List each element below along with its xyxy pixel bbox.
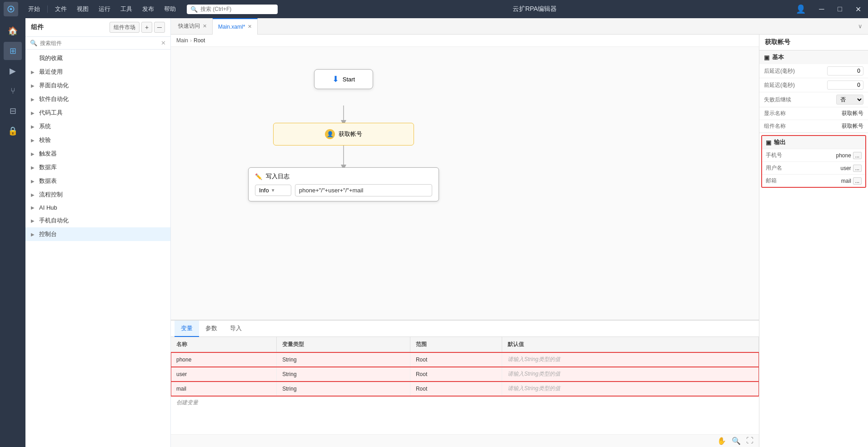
hand-tool-icon[interactable]: ✋ bbox=[717, 437, 726, 445]
menu-file[interactable]: 文件 bbox=[50, 3, 71, 15]
arrow-icon: ▶ bbox=[31, 83, 36, 88]
tree-item-mobile[interactable]: ▶ 手机自动化 bbox=[25, 214, 170, 227]
account-node[interactable]: 👤 获取帐号 bbox=[273, 123, 414, 146]
arrow-icon: ▶ bbox=[31, 192, 36, 197]
sidebar-icon-run[interactable]: ▶ bbox=[4, 62, 22, 80]
delay-before-input[interactable] bbox=[827, 80, 863, 90]
sidebar-icon-branch[interactable]: ⑂ bbox=[4, 82, 22, 100]
maximize-button[interactable]: □ bbox=[833, 3, 846, 15]
tab-more-button[interactable]: ∨ bbox=[854, 23, 866, 30]
menu-run[interactable]: 运行 bbox=[94, 3, 115, 15]
variable-table-header-row: 名称 变量类型 范围 默认值 bbox=[171, 337, 759, 352]
menu-start[interactable]: 开始 bbox=[24, 3, 45, 15]
tree-item-validation[interactable]: ▶ 校验 bbox=[25, 133, 170, 147]
start-node-label: Start bbox=[343, 76, 355, 83]
tab-parameters[interactable]: 参数 bbox=[199, 321, 224, 337]
delay-after-input[interactable] bbox=[827, 66, 863, 75]
tree-item-flowcontrol[interactable]: ▶ 流程控制 bbox=[25, 188, 170, 201]
remove-component-button[interactable]: ─ bbox=[154, 22, 165, 33]
tab-main-xaml[interactable]: Main.xaml* ✕ bbox=[213, 18, 258, 35]
tree-item-label: 数据库 bbox=[39, 163, 57, 171]
sidebar-icon-lock[interactable]: 🔒 bbox=[4, 122, 22, 140]
menu-view[interactable]: 视图 bbox=[72, 3, 93, 15]
icon-sidebar: 🏠 ⊞ ▶ ⑂ ⊟ 🔒 bbox=[0, 18, 25, 447]
output-section-label: 输出 bbox=[774, 138, 786, 146]
col-header-type: 变量类型 bbox=[277, 337, 410, 352]
tree-item-label: 控制台 bbox=[39, 230, 57, 238]
tree-item-system[interactable]: ▶ 系统 bbox=[25, 120, 170, 133]
tree-item-console[interactable]: ▶ 控制台 bbox=[25, 227, 170, 241]
arrow-icon: ▶ bbox=[31, 70, 36, 75]
var-scope: Root bbox=[410, 382, 502, 396]
phone-dots-button[interactable]: ... bbox=[853, 152, 862, 159]
arrow-icon: ▶ bbox=[31, 151, 36, 156]
close-button[interactable]: ✕ bbox=[852, 3, 864, 15]
tree-item-ui[interactable]: ▶ 界面自动化 bbox=[25, 79, 170, 92]
delay-after-label: 后延迟(毫秒) bbox=[764, 67, 795, 75]
log-expression-input[interactable]: phone+"/"+user+"/"+mail bbox=[295, 184, 432, 196]
tree-item-software[interactable]: ▶ 软件自动化 bbox=[25, 92, 170, 106]
tab-variables[interactable]: 变量 bbox=[175, 321, 199, 337]
var-default[interactable]: 请输入String类型的值 bbox=[502, 352, 759, 367]
bottom-panel: 变量 参数 导入 名称 变量类型 范围 默认值 bbox=[171, 320, 759, 447]
component-market-button[interactable]: 组件市场 bbox=[110, 22, 140, 33]
mail-dots-button[interactable]: ... bbox=[853, 177, 862, 185]
tree-item-database[interactable]: ▶ 数据库 bbox=[25, 161, 170, 174]
tree-item-trigger[interactable]: ▶ 触发器 bbox=[25, 147, 170, 161]
zoom-icon[interactable]: 🔍 bbox=[732, 437, 741, 445]
tab-quick-access[interactable]: 快速访问 ✕ bbox=[173, 18, 213, 35]
tree-item-datatable[interactable]: ▶ 数据表 bbox=[25, 174, 170, 188]
continue-on-error-select[interactable]: 否 是 bbox=[836, 95, 863, 105]
user-dots-button[interactable]: ... bbox=[853, 165, 862, 172]
menu-help[interactable]: 帮助 bbox=[160, 3, 180, 15]
sidebar-icon-home[interactable]: 🏠 bbox=[4, 22, 22, 40]
search-clear-icon[interactable]: ✕ bbox=[161, 40, 166, 46]
tab-imports[interactable]: 导入 bbox=[224, 321, 248, 337]
log-node[interactable]: ✏️ 写入日志 Info ▼ phone+"/"+user+"/"+mail bbox=[248, 167, 439, 201]
tree-item-code[interactable]: ▶ 代码工具 bbox=[25, 106, 170, 120]
sidebar-icon-grid[interactable]: ⊟ bbox=[4, 102, 22, 120]
tree-item-label: 系统 bbox=[39, 122, 51, 131]
tree-item-aihub[interactable]: ▶ AI Hub bbox=[25, 201, 170, 214]
start-node[interactable]: ⬇ Start bbox=[314, 69, 373, 89]
menu-publish[interactable]: 发布 bbox=[138, 3, 159, 15]
display-name-label: 显示名称 bbox=[764, 110, 786, 117]
dropdown-icon: ▼ bbox=[271, 188, 275, 193]
arrow-icon: ▶ bbox=[31, 218, 36, 223]
footer-icons: ✋ 🔍 ⛶ bbox=[717, 437, 753, 445]
tree-item-recent[interactable]: ▶ 最近使用 bbox=[25, 65, 170, 79]
add-component-button[interactable]: + bbox=[141, 22, 152, 33]
log-node-label: 写入日志 bbox=[266, 172, 289, 181]
log-level-select[interactable]: Info ▼ bbox=[255, 185, 291, 196]
breadcrumb-root[interactable]: Main bbox=[176, 37, 188, 44]
create-variable-link[interactable]: 创建变量 bbox=[171, 396, 759, 409]
output-section-header[interactable]: ▣ 输出 bbox=[762, 136, 865, 149]
sidebar-icon-components[interactable]: ⊞ bbox=[4, 42, 22, 60]
minimize-button[interactable]: ─ bbox=[815, 3, 828, 15]
log-level-value: Info bbox=[259, 187, 269, 194]
search-input[interactable] bbox=[200, 6, 269, 12]
tree-item-label: 手机自动化 bbox=[39, 216, 69, 225]
var-default[interactable]: 请输入String类型的值 bbox=[502, 367, 759, 382]
table-row[interactable]: phone String Root 请输入String类型的值 bbox=[171, 352, 759, 367]
fullscreen-icon[interactable]: ⛶ bbox=[746, 437, 753, 445]
menu-tools[interactable]: 工具 bbox=[116, 3, 137, 15]
canvas-area[interactable]: Main › Root bbox=[171, 35, 759, 447]
quick-access-close-icon[interactable]: ✕ bbox=[203, 23, 207, 29]
account-node-label: 获取帐号 bbox=[339, 130, 362, 138]
var-type: String bbox=[277, 382, 410, 396]
window-actions: 👤 ─ □ ✕ bbox=[792, 0, 864, 18]
global-search[interactable]: 🔍 bbox=[187, 5, 278, 14]
component-search-input[interactable] bbox=[40, 40, 158, 46]
component-tree: 我的收藏 ▶ 最近使用 ▶ 界面自动化 ▶ 软件自动化 ▶ 代码工具 ▶ 系统 bbox=[25, 50, 170, 447]
tree-item-favorites[interactable]: 我的收藏 bbox=[25, 51, 170, 65]
table-row[interactable]: user String Root 请输入String类型的值 bbox=[171, 367, 759, 382]
table-row[interactable]: mail String Root 请输入String类型的值 bbox=[171, 382, 759, 396]
user-icon[interactable]: 👤 bbox=[792, 0, 810, 18]
main-tab-close-icon[interactable]: ✕ bbox=[248, 24, 252, 30]
main-tab-label: Main.xaml* bbox=[218, 24, 245, 30]
search-icon: 🔍 bbox=[190, 6, 198, 13]
var-default[interactable]: 请输入String类型的值 bbox=[502, 382, 759, 396]
basic-section-header[interactable]: ▣ 基本 bbox=[759, 50, 868, 64]
main-layout: 🏠 ⊞ ▶ ⑂ ⊟ 🔒 组件 组件市场 + ─ 🔍 ✕ 我的收藏 bbox=[0, 18, 868, 447]
